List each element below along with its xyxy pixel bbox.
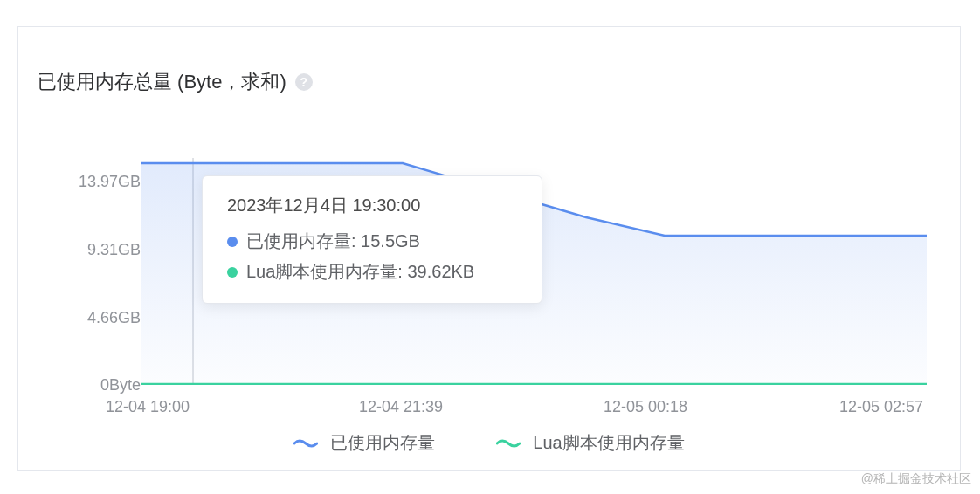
watermark: @稀土掘金技术社区	[861, 471, 971, 487]
y-tick: 13.97GB	[79, 173, 141, 191]
legend-item[interactable]: 已使用内存量	[293, 431, 435, 455]
x-tick: 12-04 21:39	[359, 398, 443, 416]
y-tick: 0Byte	[100, 376, 141, 395]
chart-legend: 已使用内存量 Lua脚本使用内存量	[18, 431, 960, 455]
chart-title-row: 已使用内存总量 (Byte，求和) ?	[38, 69, 313, 95]
chart-title: 已使用内存总量 (Byte，求和)	[38, 69, 286, 95]
x-tick: 12-05 00:18	[604, 398, 687, 416]
y-tick: 9.31GB	[87, 241, 141, 259]
help-icon[interactable]: ?	[295, 73, 313, 91]
chart-panel: 已使用内存总量 (Byte，求和) ? 13.97GB 9.31GB 4.66G…	[17, 26, 961, 471]
series-dot-icon	[227, 237, 238, 247]
tooltip-row: Lua脚本使用内存量: 39.62KB	[227, 260, 517, 284]
legend-swatch-icon	[496, 437, 521, 449]
series-dot-icon	[227, 267, 238, 278]
legend-label: 已使用内存量	[330, 431, 435, 455]
x-tick: 12-05 02:57	[839, 398, 923, 416]
y-tick: 4.66GB	[87, 309, 141, 327]
chart-tooltip: 2023年12月4日 19:30:00 已使用内存量: 15.5GB Lua脚本…	[202, 175, 542, 304]
tooltip-label: 已使用内存量: 15.5GB	[246, 230, 420, 253]
tooltip-label: Lua脚本使用内存量: 39.62KB	[246, 260, 474, 284]
tooltip-timestamp: 2023年12月4日 19:30:00	[227, 194, 517, 217]
x-tick: 12-04 19:00	[106, 398, 190, 416]
tooltip-row: 已使用内存量: 15.5GB	[227, 230, 517, 253]
legend-item[interactable]: Lua脚本使用内存量	[496, 431, 684, 455]
legend-swatch-icon	[293, 437, 318, 449]
legend-label: Lua脚本使用内存量	[533, 431, 684, 455]
